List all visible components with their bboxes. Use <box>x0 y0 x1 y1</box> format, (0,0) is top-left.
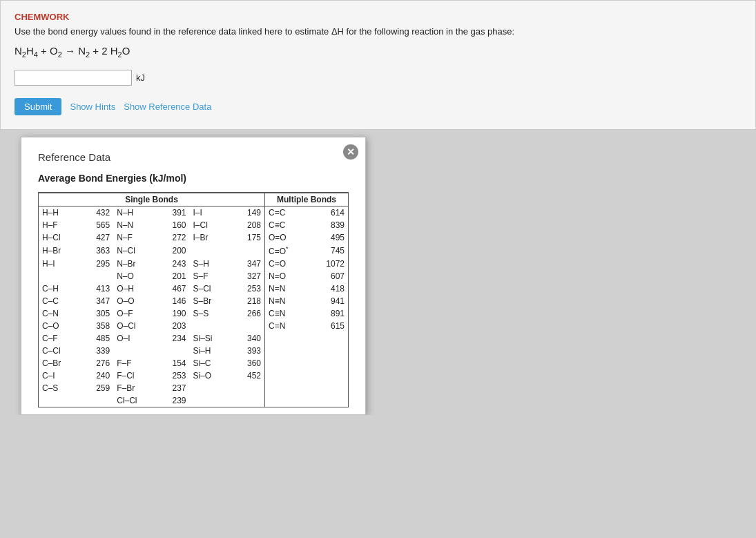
table-cell: H–F <box>39 219 80 231</box>
table-cell: 358 <box>80 320 113 332</box>
table-row: C–C347O–O146S–Br218N≡N941 <box>39 295 348 307</box>
table-cell: F–F <box>113 357 157 369</box>
table-cell: N=O <box>264 270 307 282</box>
table-cell: 239 <box>157 394 190 407</box>
table-cell: C≡C <box>264 219 307 231</box>
table-cell: 295 <box>80 258 113 270</box>
table-cell: 363 <box>80 244 113 258</box>
table-cell <box>189 320 231 332</box>
table-row: H–I295N–Br243S–H347C=O1072 <box>39 258 348 270</box>
table-cell: C–Br <box>39 357 80 369</box>
table-cell: 305 <box>80 307 113 320</box>
table-cell: C=C <box>264 206 307 220</box>
table-cell: 452 <box>231 369 265 382</box>
bond-table: Single Bonds Multiple Bonds H–H432N–H391… <box>39 193 348 407</box>
table-cell: C=O <box>264 258 307 270</box>
table-cell: 276 <box>80 357 113 369</box>
table-cell: N≡N <box>264 295 307 307</box>
table-cell: Si–Si <box>189 332 231 345</box>
table-row: H–Br363N–Cl200C=O*745 <box>39 244 348 258</box>
table-cell <box>308 357 348 369</box>
table-cell <box>113 345 157 357</box>
table-cell: 259 <box>80 382 113 394</box>
table-cell: 495 <box>308 231 348 244</box>
table-row: C–Cl339Si–H393 <box>39 345 348 357</box>
table-row: C–S259F–Br237 <box>39 382 348 394</box>
table-cell: 218 <box>231 295 265 307</box>
table-cell: 565 <box>80 219 113 231</box>
table-cell: 175 <box>231 231 265 244</box>
table-cell: O–H <box>113 282 157 295</box>
table-cell: C–Cl <box>39 345 80 357</box>
table-cell <box>264 345 307 357</box>
table-cell: 467 <box>157 282 190 295</box>
table-cell: O–O <box>113 295 157 307</box>
table-cell: Si–O <box>189 369 231 382</box>
table-cell: 149 <box>231 206 265 220</box>
instructions: Use the bond energy values found in the … <box>14 26 742 37</box>
table-cell: F–Cl <box>113 369 157 382</box>
table-cell: 253 <box>231 282 265 295</box>
table-cell: 891 <box>308 307 348 320</box>
table-cell: 391 <box>157 206 190 220</box>
table-cell: O–Cl <box>113 320 157 332</box>
table-row: Cl–Cl239 <box>39 394 348 407</box>
table-cell <box>264 357 307 369</box>
answer-input[interactable] <box>14 70 132 86</box>
modal-title: Reference Data <box>38 151 349 163</box>
table-cell: 190 <box>157 307 190 320</box>
modal-subtitle: Average Bond Energies (kJ/mol) <box>38 173 349 184</box>
table-cell: S–Cl <box>189 282 231 295</box>
table-cell: 614 <box>308 206 348 220</box>
table-cell <box>264 394 307 407</box>
table-cell: 432 <box>80 206 113 220</box>
table-cell: 427 <box>80 231 113 244</box>
table-cell: H–Br <box>39 244 80 258</box>
table-cell <box>308 369 348 382</box>
table-cell: N–N <box>113 219 157 231</box>
table-cell: Si–C <box>189 357 231 369</box>
table-cell <box>264 332 307 345</box>
table-cell: C–H <box>39 282 80 295</box>
table-row: H–F565N–N160I–Cl208C≡C839 <box>39 219 348 231</box>
table-cell: O–I <box>113 332 157 345</box>
table-cell: N–O <box>113 270 157 282</box>
table-row: C–O358O–Cl203C=N615 <box>39 320 348 332</box>
table-cell: 347 <box>80 295 113 307</box>
table-cell <box>308 382 348 394</box>
show-hints-button[interactable]: Show Hints <box>70 102 115 112</box>
table-cell: 1072 <box>308 258 348 270</box>
modal-box: ✕ Reference Data Average Bond Energies (… <box>21 137 366 415</box>
table-cell: C–F <box>39 332 80 345</box>
table-cell: 360 <box>231 357 265 369</box>
table-cell: S–F <box>189 270 231 282</box>
table-cell: 839 <box>308 219 348 231</box>
table-cell <box>189 382 231 394</box>
table-cell: 253 <box>157 369 190 382</box>
table-cell: I–I <box>189 206 231 220</box>
table-cell: 240 <box>80 369 113 382</box>
table-cell: 200 <box>157 244 190 258</box>
table-cell: 266 <box>231 307 265 320</box>
table-cell <box>80 394 113 407</box>
table-cell: 339 <box>80 345 113 357</box>
table-cell: 413 <box>80 282 113 295</box>
table-row: H–H432N–H391I–I149C=C614 <box>39 206 348 220</box>
table-cell <box>231 382 265 394</box>
modal-close-button[interactable]: ✕ <box>343 144 358 160</box>
bond-table-container: Single Bonds Multiple Bonds H–H432N–H391… <box>38 192 349 407</box>
table-cell: O=O <box>264 231 307 244</box>
input-row: kJ <box>14 70 742 86</box>
table-cell <box>264 382 307 394</box>
single-bonds-header: Single Bonds <box>39 193 264 206</box>
submit-button[interactable]: Submit <box>14 98 61 115</box>
table-row: C–F485O–I234Si–Si340 <box>39 332 348 345</box>
table-cell: C–N <box>39 307 80 320</box>
table-cell: 203 <box>157 320 190 332</box>
table-cell: 485 <box>80 332 113 345</box>
table-cell <box>189 394 231 407</box>
table-cell <box>157 345 190 357</box>
table-row: C–Br276F–F154Si–C360 <box>39 357 348 369</box>
show-reference-button[interactable]: Show Reference Data <box>124 102 211 112</box>
table-cell: 393 <box>231 345 265 357</box>
